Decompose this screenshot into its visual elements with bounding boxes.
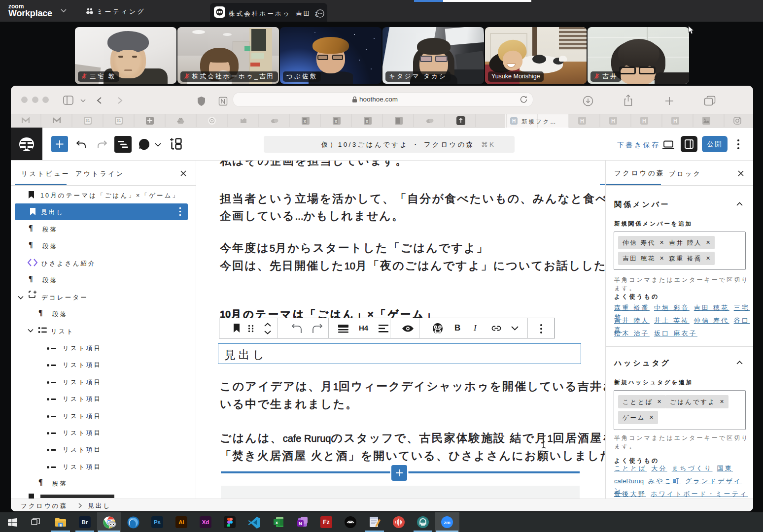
svg-text:x: x [276,520,278,525]
svg-text:N: N [299,521,302,526]
svg-text:zm: zm [444,520,450,525]
